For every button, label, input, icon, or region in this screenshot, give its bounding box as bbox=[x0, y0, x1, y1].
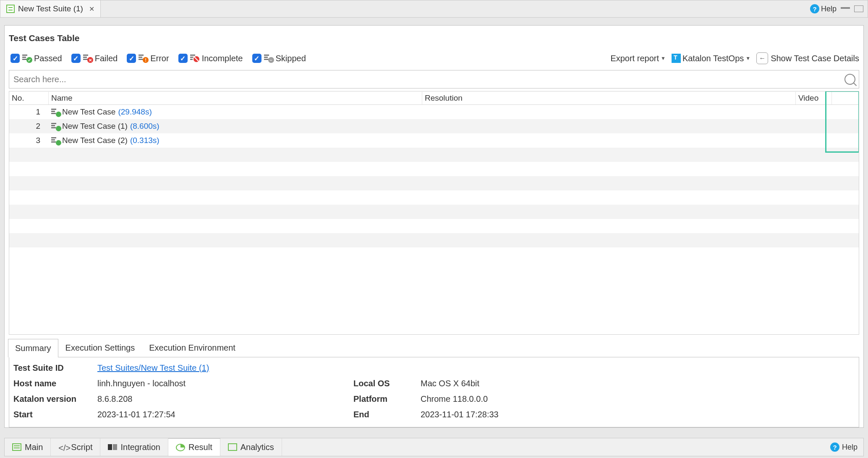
table-row[interactable]: 2 New Test Case (1) (8.600s) bbox=[9, 119, 859, 133]
bottom-tab-analytics[interactable]: Analytics bbox=[220, 438, 282, 456]
value-platform: Chrome 118.0.0.0 bbox=[421, 394, 855, 404]
pie-chart-icon bbox=[176, 444, 185, 451]
caret-down-icon: ▼ bbox=[745, 55, 750, 61]
tc-duration: (8.600s) bbox=[130, 122, 159, 131]
bottom-tab-integration-label: Integration bbox=[120, 442, 160, 452]
col-name[interactable]: Name bbox=[49, 92, 422, 104]
filter-failed[interactable]: ✓ ✕ Failed bbox=[71, 54, 118, 63]
arrow-left-icon: ← bbox=[756, 52, 768, 64]
passed-icon bbox=[51, 123, 60, 130]
katalon-testops-dropdown[interactable]: Katalon TestOps ▼ bbox=[672, 54, 750, 63]
minimize-button[interactable] bbox=[841, 7, 850, 10]
cell-no: 3 bbox=[9, 134, 49, 147]
subtab-summary[interactable]: Summary bbox=[8, 339, 58, 357]
top-right-controls: ? Help bbox=[810, 4, 868, 13]
bottom-tab-main[interactable]: Main bbox=[5, 438, 51, 456]
tc-duration: (29.948s) bbox=[118, 107, 152, 117]
value-end: 2023-11-01 17:28:33 bbox=[421, 410, 855, 419]
help-label-bottom: Help bbox=[842, 443, 858, 452]
table-row-empty bbox=[9, 205, 859, 219]
test-cases-panel: Test Cases Table ✓ ✓ Passed ✓ ✕ Failed ✓… bbox=[4, 25, 864, 428]
search-input[interactable] bbox=[13, 75, 844, 84]
filter-passed[interactable]: ✓ ✓ Passed bbox=[10, 54, 62, 63]
tc-name-text: New Test Case (2) bbox=[62, 136, 128, 145]
col-no[interactable]: No. bbox=[9, 92, 49, 104]
test-suite-icon bbox=[6, 5, 15, 13]
table-row-empty bbox=[9, 176, 859, 190]
maximize-button[interactable] bbox=[854, 5, 863, 12]
filter-row: ✓ ✓ Passed ✓ ✕ Failed ✓ ! Error ✓ Incomp… bbox=[5, 47, 863, 70]
table-row-empty bbox=[9, 233, 859, 247]
editor-tab-test-suite[interactable]: New Test Suite (1) ✕ bbox=[0, 0, 101, 17]
tab-title: New Test Suite (1) bbox=[18, 4, 83, 13]
help-label: Help bbox=[821, 5, 837, 13]
caret-down-icon: ▼ bbox=[661, 55, 666, 61]
help-icon: ? bbox=[830, 442, 839, 452]
filter-skipped-label: Skipped bbox=[276, 54, 306, 63]
cell-name: New Test Case (1) (8.600s) bbox=[49, 120, 422, 133]
tc-name-text: New Test Case bbox=[62, 107, 115, 117]
bottom-tab-result[interactable]: Result bbox=[168, 438, 220, 456]
value-katalon-ver: 8.6.8.208 bbox=[97, 394, 353, 404]
value-host: linh.hnguyen - localhost bbox=[97, 379, 353, 388]
table-row-empty bbox=[9, 162, 859, 176]
section-title: Test Cases Table bbox=[5, 26, 863, 47]
col-resolution[interactable]: Resolution bbox=[422, 92, 796, 104]
table-row[interactable]: 3 New Test Case (2) (0.313s) bbox=[9, 133, 859, 148]
cell-video bbox=[796, 125, 832, 128]
label-katalon-ver: Katalon version bbox=[13, 394, 97, 404]
incomplete-icon bbox=[190, 55, 199, 62]
table-body: 1 New Test Case (29.948s) 2 New Test Cas… bbox=[9, 105, 859, 262]
bottom-tab-script[interactable]: </> Script bbox=[51, 438, 100, 456]
close-tab-icon[interactable]: ✕ bbox=[89, 5, 94, 13]
summary-subtabs: Summary Execution Settings Execution Env… bbox=[5, 338, 863, 357]
filter-failed-label: Failed bbox=[95, 54, 118, 63]
passed-icon bbox=[51, 109, 60, 115]
table-row-empty bbox=[9, 190, 859, 205]
error-icon: ! bbox=[139, 55, 148, 62]
filter-skipped[interactable]: ✓ – Skipped bbox=[252, 54, 306, 63]
subtab-exec-env[interactable]: Execution Environment bbox=[142, 338, 243, 357]
filter-incomplete-label: Incomplete bbox=[202, 54, 243, 63]
help-button-bottom[interactable]: ? Help bbox=[830, 442, 863, 452]
filter-error[interactable]: ✓ ! Error bbox=[127, 54, 169, 63]
cell-name: New Test Case (29.948s) bbox=[49, 106, 422, 118]
cell-video bbox=[796, 110, 832, 114]
bottom-tab-result-label: Result bbox=[188, 442, 212, 452]
test-cases-table: No. Name Resolution Video 1 New Test Cas… bbox=[9, 91, 859, 335]
col-video[interactable]: Video bbox=[796, 92, 832, 104]
bottom-tab-bar: Main </> Script Integration Result Analy… bbox=[4, 438, 864, 456]
show-test-case-details-button[interactable]: ← Show Test Case Details bbox=[756, 52, 859, 64]
bar-chart-icon bbox=[228, 443, 237, 451]
cell-resolution bbox=[422, 110, 796, 114]
summary-panel: Test Suite ID Test Suites/New Test Suite… bbox=[9, 357, 859, 427]
export-report-dropdown[interactable]: Export report ▼ bbox=[610, 54, 666, 63]
checkbox-icon: ✓ bbox=[71, 54, 81, 63]
table-header-row: No. Name Resolution Video bbox=[9, 91, 859, 105]
subtab-exec-settings[interactable]: Execution Settings bbox=[58, 338, 142, 357]
search-icon[interactable] bbox=[844, 74, 855, 85]
help-icon: ? bbox=[810, 4, 819, 13]
label-start: Start bbox=[13, 410, 97, 419]
passed-icon: ✓ bbox=[22, 55, 31, 62]
checkbox-icon: ✓ bbox=[178, 54, 188, 63]
bottom-tab-main-label: Main bbox=[25, 442, 43, 452]
failed-icon: ✕ bbox=[83, 55, 92, 62]
test-suite-id-link[interactable]: Test Suites/New Test Suite (1) bbox=[97, 363, 209, 372]
main-icon bbox=[12, 443, 21, 451]
search-wrap bbox=[9, 70, 859, 88]
cell-no: 2 bbox=[9, 120, 49, 133]
help-button[interactable]: ? Help bbox=[810, 4, 837, 13]
value-start: 2023-11-01 17:27:54 bbox=[97, 410, 353, 419]
code-icon: </> bbox=[58, 443, 68, 451]
checkbox-icon: ✓ bbox=[10, 54, 20, 63]
table-row[interactable]: 1 New Test Case (29.948s) bbox=[9, 105, 859, 119]
label-suite-id: Test Suite ID bbox=[13, 363, 97, 373]
cell-name: New Test Case (2) (0.313s) bbox=[49, 134, 422, 147]
skipped-icon: – bbox=[264, 55, 273, 62]
cell-video bbox=[796, 139, 832, 142]
filter-incomplete[interactable]: ✓ Incomplete bbox=[178, 54, 243, 63]
passed-icon bbox=[51, 137, 60, 144]
bottom-tab-integration[interactable]: Integration bbox=[100, 438, 168, 456]
cell-no: 1 bbox=[9, 106, 49, 118]
